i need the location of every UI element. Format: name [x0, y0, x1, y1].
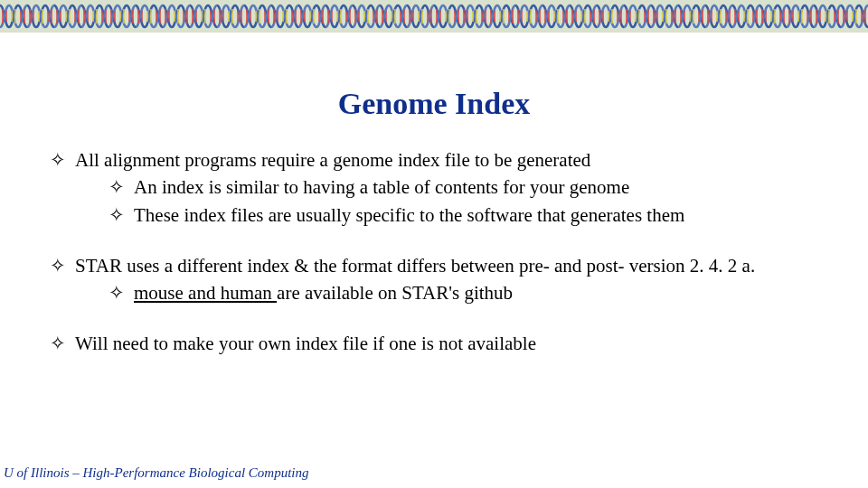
bullet-text: An index is similar to having a table of…: [134, 175, 814, 199]
list-item: ✧These index files are usually specific …: [50, 203, 814, 227]
footer-text: U of Illinois – High-Performance Biologi…: [4, 465, 308, 481]
github-link[interactable]: mouse and human: [134, 282, 277, 304]
bullet-icon: ✧: [50, 148, 75, 172]
bullet-text: These index files are usually specific t…: [134, 203, 814, 227]
list-item: ✧Will need to make your own index file i…: [50, 332, 814, 355]
list-item: ✧STAR uses a different index & the forma…: [50, 254, 814, 277]
list-item: ✧All alignment programs require a genome…: [50, 148, 814, 172]
bullet-icon: ✧: [108, 175, 134, 199]
bullet-text: Will need to make your own index file if…: [75, 332, 814, 355]
bullet-text-rest: are available on STAR's github: [277, 282, 513, 304]
list-item: ✧An index is similar to having a table o…: [50, 175, 814, 199]
slide-title: Genome Index: [0, 87, 868, 121]
list-item: ✧mouse and human are available on STAR's…: [50, 281, 814, 305]
bullet-text: STAR uses a different index & the format…: [75, 254, 814, 277]
dna-banner: [0, 0, 868, 33]
bullet-icon: ✧: [50, 254, 75, 277]
bullet-icon: ✧: [108, 203, 134, 227]
bullet-icon: ✧: [50, 332, 75, 355]
bullet-text: mouse and human are available on STAR's …: [134, 281, 814, 305]
bullet-text: All alignment programs require a genome …: [75, 148, 814, 172]
bullet-icon: ✧: [108, 281, 134, 305]
slide-body: ✧All alignment programs require a genome…: [50, 148, 814, 356]
